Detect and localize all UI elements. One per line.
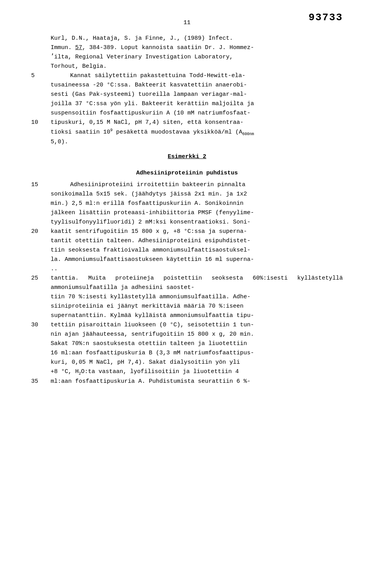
para6-line2: nin ajan jäähauteessa, sentrifugoitiin 1…: [51, 330, 343, 339]
para2-line3: 5,0).: [51, 137, 343, 147]
section-title: Esimerkki 2: [168, 153, 206, 160]
line-num-15: 15: [31, 180, 38, 190]
para6-line5: kuri, 0,05 M NaCl, pH 7,4). Sakat dialys…: [51, 358, 343, 367]
line10-block: 10 tipuskuri, 0,15 M NaCl, pH 7,4) siten…: [31, 118, 343, 147]
para1-text: Kannat säilytettiin pakastettuina Todd-H…: [51, 71, 343, 118]
line5-block: 5 Kannat säilytettiin pakastettuina Todd…: [31, 71, 343, 118]
superscript-9: 9: [110, 128, 113, 132]
reference-text: Kurl, D.N., Haataja, S. ja Finne, J., (1…: [51, 34, 343, 71]
para3-line2: sonikoimalla 5x15 sek. (jäähdytys jäissä…: [51, 190, 343, 199]
line-num-5: 5: [31, 71, 35, 81]
ref-line2: Immun. 57, 384-389. Loput kannoista saat…: [51, 43, 343, 53]
ref-line3: ʼilta, Regional Veterinary Investigation…: [51, 53, 343, 62]
para4-line4: la. Ammoniumsulfaattisaostukseen käytett…: [51, 255, 343, 264]
ref-line1: Kurl, D.N., Haataja, S. ja Finne, J., (1…: [51, 34, 343, 43]
para1-line4: joilla 37 °C:ssa yön yli. Bakteerit kerä…: [51, 99, 343, 109]
line-num-area: 5: [31, 71, 51, 118]
para5-line2: tiin 70 %:isesti kyllästetyllä ammoniums…: [51, 292, 343, 302]
para6-line6: +8 °C, H2O:ta vastaan, lyofilisoitiin ja…: [51, 367, 343, 377]
line-num-area-10: 10: [31, 118, 51, 147]
line-num-area-25: 25: [31, 274, 51, 320]
main-content: Kurl, D.N., Haataja, S. ja Finne, J., (1…: [31, 34, 343, 386]
para1-line5: suspensoitiin fosfaattipuskuriin A (10 m…: [51, 109, 343, 118]
para7-text: ml:aan fosfaattipuskuria A. Puhdistumist…: [51, 377, 343, 386]
para5-line4: supernatanttiin. Kylmää kylläistä ammoni…: [51, 311, 343, 320]
para6-text: tettiin pisaroittain liuokseen (0 °C), s…: [51, 320, 343, 377]
line-num-area-35: 35: [31, 377, 51, 386]
para3-line3: min.) 2,5 ml:n erillä fosfaattipuskuriin…: [51, 199, 343, 208]
para1-line3: sesti (Gas Pak-systeemi) tuoreilla lampa…: [51, 90, 343, 99]
document-page: 93733 11 Kurl, D.N., Haataja, S. ja Finn…: [0, 0, 374, 588]
line-num-area-20: 20: [31, 227, 51, 264]
para3-line5: tyylisulfonyylifluoridi) 2 mM:ksi konsen…: [51, 218, 343, 227]
para6-line1: tettiin pisaroittain liuokseen (0 °C), s…: [51, 320, 343, 330]
para4-text: kaatit sentrifugoitiin 15 800 x g, +8 °C…: [51, 227, 343, 264]
para2-line2: tioksi saatiin 109 pesäkettä muodostavaa…: [51, 127, 343, 137]
document-id: 93733: [309, 12, 343, 23]
para5-text: tanttia. Muita proteiineja poistettiin s…: [51, 274, 343, 320]
subscript-600nm: 600nm: [242, 132, 254, 136]
page-number: 11: [31, 19, 343, 26]
dots-block: ..: [31, 264, 343, 274]
para4-line3: tiin seoksesta fraktioivalla ammoniumsul…: [51, 246, 343, 255]
para4-line1: kaatit sentrifugoitiin 15 800 x g, +8 °C…: [51, 227, 343, 236]
para3-line1: Adhesiiniproteiini irroitettiin bakteeri…: [51, 180, 343, 190]
line-num-30: 30: [31, 320, 38, 330]
reference-block: Kurl, D.N., Haataja, S. ja Finne, J., (1…: [31, 34, 343, 71]
ref-line4: Torhout, Belgia.: [51, 62, 343, 71]
section-subtitle-block: Adhesiiniproteiinin puhdistus: [31, 169, 343, 178]
subscript-2: 2: [79, 371, 81, 376]
line25-block: 25 tanttia. Muita proteiineja poistettii…: [31, 274, 343, 320]
line20-block: 20 kaatit sentrifugoitiin 15 800 x g, +8…: [31, 227, 343, 264]
section-heading-block: Esimerkki 2: [31, 152, 343, 162]
para5-line1: tanttia. Muita proteiineja poistettiin s…: [51, 274, 343, 292]
line-num-25: 25: [31, 274, 38, 283]
para2-text: tipuskuri, 0,15 M NaCl, pH 7,4) siten, e…: [51, 118, 343, 147]
section-subtitle: Adhesiiniproteiinin puhdistus: [136, 170, 238, 176]
line15-block: 15 Adhesiiniproteiini irroitettiin bakte…: [31, 180, 343, 227]
ref-underline: 57: [75, 44, 82, 51]
line-num-area-15: 15: [31, 180, 51, 227]
line30-block: 30 tettiin pisaroittain liuokseen (0 °C)…: [31, 320, 343, 377]
line-num-10: 10: [31, 118, 38, 127]
para6-line3: Sakat 70%:n saostuksesta otettiin taltee…: [51, 339, 343, 349]
para3-text: Adhesiiniproteiini irroitettiin bakteeri…: [51, 180, 343, 227]
line-num-35: 35: [31, 377, 38, 386]
para1-line2: tusaineessa -20 °C:ssa. Bakteerit kasvat…: [51, 81, 343, 90]
para1-line1: Kannat säilytettiin pakastettuina Todd-H…: [51, 71, 343, 81]
dots-line: ..: [51, 264, 343, 274]
para4-line2: tantit otettiin talteen. Adhesiiniprotei…: [51, 236, 343, 246]
line-num-20: 20: [31, 227, 38, 236]
line-num-area-dots: [31, 264, 51, 274]
para5-line3: siiniproteiinia ei jäänyt merkittäviä mä…: [51, 302, 343, 311]
para2-line1: tipuskuri, 0,15 M NaCl, pH 7,4) siten, e…: [51, 118, 343, 127]
line-num-area-30: 30: [31, 320, 51, 377]
dots-text: ..: [51, 264, 343, 274]
para6-line4: 16 ml:aan fosfaattipuskuria B (3,3 mM na…: [51, 349, 343, 358]
para7-line1: ml:aan fosfaattipuskuria A. Puhdistumist…: [51, 377, 343, 386]
line35-block: 35 ml:aan fosfaattipuskuria A. Puhdistum…: [31, 377, 343, 386]
para3-line4: jälkeen lisättiin proteaasi-inhibiittori…: [51, 208, 343, 218]
